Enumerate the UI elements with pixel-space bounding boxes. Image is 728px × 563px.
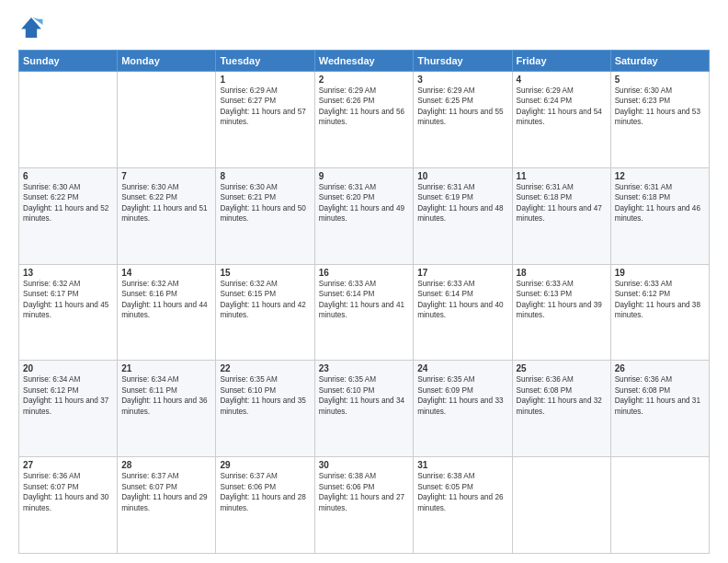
- logo-icon: [18, 15, 44, 40]
- calendar-cell: 18Sunrise: 6:33 AMSunset: 6:13 PMDayligh…: [512, 264, 610, 361]
- header-row: SundayMondayTuesdayWednesdayThursdayFrid…: [19, 51, 710, 72]
- cell-info: Sunrise: 6:29 AMSunset: 6:26 PMDaylight:…: [319, 86, 409, 128]
- day-number: 12: [615, 171, 705, 181]
- cell-info: Sunrise: 6:32 AMSunset: 6:16 PMDaylight:…: [121, 279, 211, 321]
- calendar-cell: [118, 72, 216, 168]
- day-number: 17: [417, 268, 507, 278]
- calendar-cell: 19Sunrise: 6:33 AMSunset: 6:12 PMDayligh…: [610, 264, 709, 361]
- calendar-cell: [610, 457, 709, 554]
- cell-info: Sunrise: 6:38 AMSunset: 6:06 PMDaylight:…: [319, 471, 409, 513]
- day-number: 20: [23, 363, 113, 373]
- cell-info: Sunrise: 6:33 AMSunset: 6:14 PMDaylight:…: [319, 279, 409, 321]
- cell-info: Sunrise: 6:36 AMSunset: 6:08 PMDaylight:…: [615, 374, 705, 417]
- week-row-1: 6Sunrise: 6:30 AMSunset: 6:22 PMDaylight…: [19, 167, 710, 264]
- calendar-cell: 6Sunrise: 6:30 AMSunset: 6:22 PMDaylight…: [19, 167, 118, 264]
- day-number: 1: [220, 75, 310, 85]
- calendar-cell: 8Sunrise: 6:30 AMSunset: 6:21 PMDaylight…: [216, 167, 314, 264]
- day-number: 4: [517, 75, 607, 85]
- day-number: 3: [417, 75, 507, 85]
- cell-info: Sunrise: 6:35 AMSunset: 6:10 PMDaylight:…: [319, 374, 409, 417]
- calendar-cell: 21Sunrise: 6:34 AMSunset: 6:11 PMDayligh…: [118, 361, 216, 457]
- col-header-wednesday: Wednesday: [314, 51, 413, 72]
- cell-info: Sunrise: 6:31 AMSunset: 6:18 PMDaylight:…: [615, 182, 705, 224]
- day-number: 26: [615, 363, 705, 373]
- calendar-cell: 14Sunrise: 6:32 AMSunset: 6:16 PMDayligh…: [118, 264, 216, 361]
- day-number: 30: [319, 460, 409, 470]
- day-number: 15: [220, 268, 310, 278]
- cell-info: Sunrise: 6:35 AMSunset: 6:09 PMDaylight:…: [417, 374, 507, 417]
- cell-info: Sunrise: 6:29 AMSunset: 6:27 PMDaylight:…: [220, 86, 310, 128]
- day-number: 6: [23, 171, 113, 181]
- day-number: 14: [121, 268, 211, 278]
- calendar-cell: 27Sunrise: 6:36 AMSunset: 6:07 PMDayligh…: [19, 457, 118, 554]
- week-row-4: 27Sunrise: 6:36 AMSunset: 6:07 PMDayligh…: [19, 457, 710, 554]
- cell-info: Sunrise: 6:37 AMSunset: 6:07 PMDaylight:…: [121, 471, 211, 513]
- calendar-cell: 5Sunrise: 6:30 AMSunset: 6:23 PMDaylight…: [610, 72, 709, 168]
- calendar-cell: 4Sunrise: 6:29 AMSunset: 6:24 PMDaylight…: [512, 72, 610, 168]
- cell-info: Sunrise: 6:30 AMSunset: 6:22 PMDaylight:…: [23, 182, 113, 224]
- calendar-cell: 22Sunrise: 6:35 AMSunset: 6:10 PMDayligh…: [216, 361, 314, 457]
- day-number: 11: [517, 171, 607, 181]
- calendar-cell: 17Sunrise: 6:33 AMSunset: 6:14 PMDayligh…: [414, 264, 512, 361]
- day-number: 10: [417, 171, 507, 181]
- cell-info: Sunrise: 6:36 AMSunset: 6:07 PMDaylight:…: [23, 471, 113, 513]
- day-number: 16: [319, 268, 409, 278]
- page: SundayMondayTuesdayWednesdayThursdayFrid…: [0, 0, 728, 563]
- calendar-cell: 26Sunrise: 6:36 AMSunset: 6:08 PMDayligh…: [610, 361, 709, 457]
- calendar-cell: 13Sunrise: 6:32 AMSunset: 6:17 PMDayligh…: [19, 264, 118, 361]
- calendar-cell: 15Sunrise: 6:32 AMSunset: 6:15 PMDayligh…: [216, 264, 314, 361]
- calendar-cell: 28Sunrise: 6:37 AMSunset: 6:07 PMDayligh…: [118, 457, 216, 554]
- day-number: 13: [23, 268, 113, 278]
- calendar-cell: 25Sunrise: 6:36 AMSunset: 6:08 PMDayligh…: [512, 361, 610, 457]
- day-number: 24: [417, 363, 507, 373]
- day-number: 28: [121, 460, 211, 470]
- col-header-monday: Monday: [118, 51, 216, 72]
- calendar-table: SundayMondayTuesdayWednesdayThursdayFrid…: [18, 50, 710, 554]
- cell-info: Sunrise: 6:31 AMSunset: 6:20 PMDaylight:…: [319, 182, 409, 224]
- day-number: 21: [121, 363, 211, 373]
- col-header-saturday: Saturday: [610, 51, 709, 72]
- day-number: 19: [615, 268, 705, 278]
- week-row-3: 20Sunrise: 6:34 AMSunset: 6:12 PMDayligh…: [19, 361, 710, 457]
- calendar-cell: 30Sunrise: 6:38 AMSunset: 6:06 PMDayligh…: [314, 457, 413, 554]
- cell-info: Sunrise: 6:29 AMSunset: 6:25 PMDaylight:…: [417, 86, 507, 128]
- calendar-cell: 2Sunrise: 6:29 AMSunset: 6:26 PMDaylight…: [314, 72, 413, 168]
- calendar-cell: 29Sunrise: 6:37 AMSunset: 6:06 PMDayligh…: [216, 457, 314, 554]
- cell-info: Sunrise: 6:29 AMSunset: 6:24 PMDaylight:…: [517, 86, 607, 128]
- week-row-2: 13Sunrise: 6:32 AMSunset: 6:17 PMDayligh…: [19, 264, 710, 361]
- calendar-cell: 16Sunrise: 6:33 AMSunset: 6:14 PMDayligh…: [314, 264, 413, 361]
- col-header-sunday: Sunday: [19, 51, 118, 72]
- cell-info: Sunrise: 6:33 AMSunset: 6:14 PMDaylight:…: [417, 279, 507, 321]
- cell-info: Sunrise: 6:36 AMSunset: 6:08 PMDaylight:…: [517, 374, 607, 417]
- cell-info: Sunrise: 6:34 AMSunset: 6:12 PMDaylight:…: [23, 374, 113, 417]
- cell-info: Sunrise: 6:32 AMSunset: 6:17 PMDaylight:…: [23, 279, 113, 321]
- day-number: 23: [319, 363, 409, 373]
- col-header-thursday: Thursday: [414, 51, 512, 72]
- calendar-cell: [512, 457, 610, 554]
- cell-info: Sunrise: 6:31 AMSunset: 6:19 PMDaylight:…: [417, 182, 507, 224]
- day-number: 27: [23, 460, 113, 470]
- calendar-cell: 23Sunrise: 6:35 AMSunset: 6:10 PMDayligh…: [314, 361, 413, 457]
- day-number: 8: [220, 171, 310, 181]
- cell-info: Sunrise: 6:32 AMSunset: 6:15 PMDaylight:…: [220, 279, 310, 321]
- calendar-cell: 10Sunrise: 6:31 AMSunset: 6:19 PMDayligh…: [414, 167, 512, 264]
- logo: [18, 15, 48, 40]
- calendar-cell: 12Sunrise: 6:31 AMSunset: 6:18 PMDayligh…: [610, 167, 709, 264]
- cell-info: Sunrise: 6:37 AMSunset: 6:06 PMDaylight:…: [220, 471, 310, 513]
- day-number: 31: [417, 460, 507, 470]
- calendar-cell: 1Sunrise: 6:29 AMSunset: 6:27 PMDaylight…: [216, 72, 314, 168]
- calendar-cell: 9Sunrise: 6:31 AMSunset: 6:20 PMDaylight…: [314, 167, 413, 264]
- day-number: 18: [517, 268, 607, 278]
- calendar-cell: 11Sunrise: 6:31 AMSunset: 6:18 PMDayligh…: [512, 167, 610, 264]
- calendar-cell: 31Sunrise: 6:38 AMSunset: 6:05 PMDayligh…: [414, 457, 512, 554]
- cell-info: Sunrise: 6:34 AMSunset: 6:11 PMDaylight:…: [121, 374, 211, 417]
- calendar-cell: 20Sunrise: 6:34 AMSunset: 6:12 PMDayligh…: [19, 361, 118, 457]
- day-number: 22: [220, 363, 310, 373]
- cell-info: Sunrise: 6:30 AMSunset: 6:22 PMDaylight:…: [121, 182, 211, 224]
- day-number: 25: [517, 363, 607, 373]
- day-number: 29: [220, 460, 310, 470]
- calendar-cell: 24Sunrise: 6:35 AMSunset: 6:09 PMDayligh…: [414, 361, 512, 457]
- cell-info: Sunrise: 6:38 AMSunset: 6:05 PMDaylight:…: [417, 471, 507, 513]
- day-number: 9: [319, 171, 409, 181]
- cell-info: Sunrise: 6:31 AMSunset: 6:18 PMDaylight:…: [517, 182, 607, 224]
